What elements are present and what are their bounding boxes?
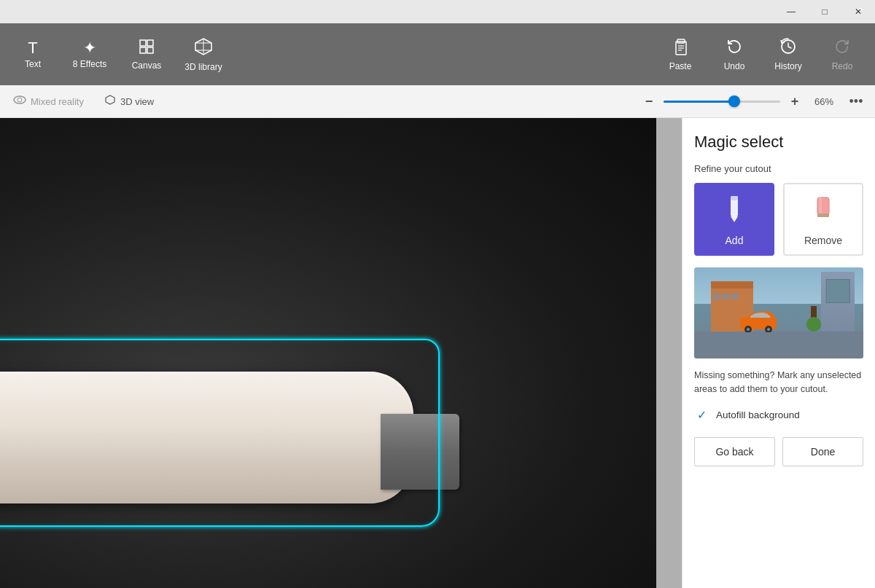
paste-icon xyxy=(671,37,690,58)
zoom-plus-button[interactable]: + xyxy=(786,93,804,110)
undo-icon xyxy=(725,37,744,58)
maximize-button[interactable]: □ xyxy=(808,0,841,23)
add-icon xyxy=(721,193,747,229)
panel-title: Magic select xyxy=(694,133,863,152)
mixed-reality-button[interactable]: Mixed reality xyxy=(7,90,90,112)
autofill-row[interactable]: ✓ Autofill background xyxy=(694,408,863,423)
zoom-slider-container xyxy=(664,101,780,103)
autofill-checkbox[interactable]: ✓ xyxy=(694,408,709,423)
add-button-label: Add xyxy=(726,235,744,246)
toolbar-right: Paste Undo History xyxy=(655,29,868,80)
mixed-reality-label: Mixed reality xyxy=(31,96,84,107)
usb-body xyxy=(0,372,413,503)
canvas-icon xyxy=(139,39,155,58)
svg-rect-17 xyxy=(819,197,822,215)
remove-button[interactable]: Remove xyxy=(783,183,863,256)
svg-rect-2 xyxy=(140,47,146,53)
3d-view-button[interactable]: 3D view xyxy=(98,91,160,111)
done-button[interactable]: Done xyxy=(782,437,863,466)
svg-marker-14 xyxy=(731,216,738,222)
title-bar: — □ ✕ xyxy=(0,0,875,23)
preview-building2 xyxy=(821,272,855,331)
history-icon xyxy=(779,37,798,58)
undo-label: Undo xyxy=(724,61,745,71)
toolbar-item-text[interactable]: T Text xyxy=(7,29,58,80)
toolbar-paste[interactable]: Paste xyxy=(655,29,706,80)
canvas-label: Canvas xyxy=(132,60,162,71)
history-label: History xyxy=(774,61,801,71)
toolbar-redo[interactable]: Redo xyxy=(817,29,868,80)
svg-point-23 xyxy=(767,328,770,331)
svg-rect-0 xyxy=(140,40,146,46)
usb-tip xyxy=(381,414,459,489)
text-label: Text xyxy=(25,59,41,69)
hint-text: Missing something? Mark any unselected a… xyxy=(694,369,863,396)
svg-point-11 xyxy=(18,98,22,102)
preview-road xyxy=(694,332,863,359)
zoom-controls: − + 66% ••• xyxy=(640,90,868,113)
svg-rect-3 xyxy=(147,47,153,53)
text-icon: T xyxy=(28,40,37,56)
3d-view-label: 3D view xyxy=(120,96,154,107)
toolbar-undo[interactable]: Undo xyxy=(709,29,760,80)
go-back-button[interactable]: Go back xyxy=(694,437,775,466)
canvas-area[interactable] xyxy=(0,118,656,588)
svg-rect-18 xyxy=(817,213,829,217)
zoom-percent-display: 66% xyxy=(809,96,839,107)
panel-actions: Go back Done xyxy=(694,437,863,466)
redo-label: Redo xyxy=(832,61,853,71)
canvas-scene xyxy=(0,118,656,588)
svg-point-21 xyxy=(747,328,750,331)
toolbar-history[interactable]: History xyxy=(763,29,814,80)
canvas-scroll-area[interactable] xyxy=(656,118,682,588)
toolbar-item-3dlibrary[interactable]: 3D library xyxy=(178,29,229,80)
main-content: Magic select Refine your cutout Add xyxy=(0,118,875,588)
effects-label: 8 Effects xyxy=(73,59,106,69)
3dlibrary-label: 3D library xyxy=(184,62,222,72)
toolbar-item-canvas[interactable]: Canvas xyxy=(121,29,172,80)
preview-car xyxy=(736,307,780,335)
add-button[interactable]: Add xyxy=(694,183,774,256)
more-options-button[interactable]: ••• xyxy=(844,90,868,113)
main-toolbar: T Text ✦ 8 Effects Canvas 3D library xyxy=(0,23,875,85)
refine-options: Add Remove xyxy=(694,183,863,256)
preview-background xyxy=(694,267,863,358)
autofill-label: Autofill background xyxy=(716,409,800,420)
zoom-slider[interactable] xyxy=(664,101,780,103)
effects-icon: ✦ xyxy=(83,40,96,56)
redo-icon xyxy=(833,37,852,58)
mixed-reality-icon xyxy=(13,93,26,109)
right-panel: Magic select Refine your cutout Add xyxy=(682,118,875,588)
svg-rect-1 xyxy=(147,40,153,46)
preview-tree xyxy=(806,306,821,332)
collapse-panel-button[interactable]: ⌃ xyxy=(846,0,875,23)
secondary-toolbar: Mixed reality 3D view − + 66% ••• xyxy=(0,85,875,118)
toolbar-item-effects[interactable]: ✦ 8 Effects xyxy=(64,29,115,80)
preview-image xyxy=(694,267,863,358)
remove-button-label: Remove xyxy=(804,235,842,246)
svg-rect-15 xyxy=(731,196,738,200)
3dlibrary-icon xyxy=(194,37,213,59)
svg-marker-12 xyxy=(106,95,114,104)
3d-view-icon xyxy=(104,94,116,109)
paste-label: Paste xyxy=(669,61,692,71)
minimize-button[interactable]: — xyxy=(774,0,808,23)
refine-label: Refine your cutout xyxy=(694,163,863,174)
zoom-minus-button[interactable]: − xyxy=(640,93,658,110)
remove-icon xyxy=(813,193,833,229)
